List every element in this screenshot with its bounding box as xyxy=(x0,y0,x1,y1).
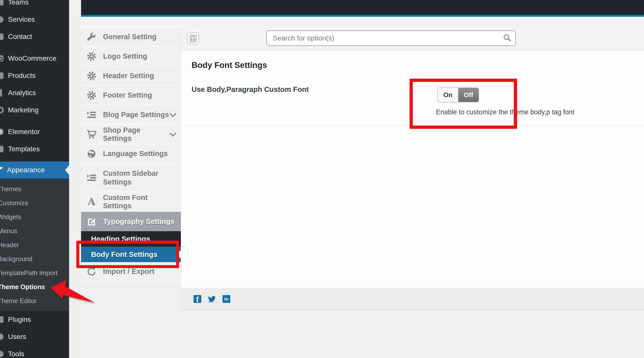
admin-sidebar: Teams Services Contact WooCommerce Produ… xyxy=(0,0,69,358)
sidebar-item-label: Tools xyxy=(8,350,24,358)
sidebar-item-label: WooCommerce xyxy=(8,55,56,62)
sidebar-item-label: Analytics xyxy=(8,89,36,97)
facebook-icon[interactable]: f xyxy=(194,295,201,303)
submenu-item-themes[interactable]: Themes xyxy=(0,182,69,196)
submenu-item-body-font-settings[interactable]: Body Font Settings xyxy=(81,247,181,262)
option-label: Use Body,Paragraph Custom Font xyxy=(192,85,309,94)
sidebar-item-appearance[interactable]: Appearance xyxy=(0,162,69,179)
sidebar-separator xyxy=(0,45,69,50)
layout-icon xyxy=(190,35,196,43)
chevron-down-icon[interactable] xyxy=(169,110,176,117)
menu-item-header-setting[interactable]: Header Setting xyxy=(81,66,181,86)
main-content: Body Font Settings Use Body,Paragraph Cu… xyxy=(181,26,644,310)
toggle-on-button[interactable]: On xyxy=(438,88,458,102)
menu-item-typography-settings[interactable]: Typography Settings xyxy=(81,212,181,231)
submenu-item-menus[interactable]: Menus xyxy=(0,224,69,238)
sidebar-item-products[interactable]: Products xyxy=(0,67,69,84)
sidebar-separator xyxy=(0,158,69,162)
sidebar-item-contact[interactable]: Contact xyxy=(0,28,69,45)
menu-item-footer-setting[interactable]: Footer Setting xyxy=(81,86,181,105)
edit-icon xyxy=(86,216,98,227)
sidebar-item-label: Plugins xyxy=(8,315,31,323)
sidebar-item-label: Users xyxy=(8,333,26,341)
sidebar-item-label: Contact xyxy=(8,33,32,41)
content-header xyxy=(181,26,644,51)
sidebar-item-label: Products xyxy=(8,72,36,80)
cart-icon xyxy=(86,129,98,140)
wrench-icon xyxy=(86,32,98,42)
bar-chart-icon xyxy=(0,89,4,97)
gear-icon xyxy=(86,51,98,62)
content-footer: f in xyxy=(181,288,644,310)
row-separator xyxy=(181,125,644,126)
page-title: Body Font Settings xyxy=(192,60,267,70)
menu-item-custom-sidebar-settings[interactable]: Custom Sidebar Settings xyxy=(81,164,181,192)
person-icon xyxy=(0,333,4,340)
theme-options-menu: General Setting Logo Setting Header Sett… xyxy=(81,26,181,310)
search-box xyxy=(266,31,516,46)
sidebar-item-elementor[interactable]: Elementor xyxy=(0,123,69,140)
linkedin-icon[interactable]: in xyxy=(222,295,230,303)
sidebar-item-plugins[interactable]: Plugins xyxy=(0,311,69,328)
menu-item-custom-font-settings[interactable]: A Custom Font Settings xyxy=(81,192,181,212)
sidebar-item-analytics[interactable]: Analytics xyxy=(0,84,69,101)
submenu-item-widgets[interactable]: Widgets xyxy=(0,210,69,224)
content-body: Body Font Settings Use Body,Paragraph Cu… xyxy=(181,51,644,288)
plug-icon xyxy=(0,316,4,323)
sidebar-item-label: Appearance xyxy=(7,166,45,174)
menu-item-logo-setting[interactable]: Logo Setting xyxy=(81,47,181,66)
toggle-off-button[interactable]: Off xyxy=(458,88,479,102)
layout-toggle-button[interactable] xyxy=(187,33,199,45)
list-icon xyxy=(86,110,98,120)
menu-filler xyxy=(81,282,181,310)
menu-item-general-setting[interactable]: General Setting xyxy=(81,28,181,47)
menu-item-shop-page-settings[interactable]: Shop Page Settings xyxy=(81,125,181,144)
sidebar-gap xyxy=(69,0,81,358)
lock-icon xyxy=(0,16,4,23)
brush-icon xyxy=(0,166,3,174)
appearance-submenu: Themes Customize Widgets Menus Header Ba… xyxy=(0,179,69,311)
templates-icon xyxy=(0,146,4,152)
sidebar-item-teams[interactable]: Teams xyxy=(0,0,69,11)
list-icon xyxy=(86,173,98,183)
sidebar-item-marketing[interactable]: Marketing xyxy=(0,101,69,119)
submenu-item-heading-settings[interactable]: Heading Settings xyxy=(81,231,181,247)
letter-a-icon: A xyxy=(86,197,98,207)
submenu-item-header[interactable]: Header xyxy=(0,238,69,252)
chevron-down-icon[interactable] xyxy=(169,130,176,137)
envelope-icon xyxy=(0,34,4,40)
sidebar-item-label: Elementor xyxy=(8,128,40,136)
menu-item-import-export[interactable]: Import / Export xyxy=(81,262,181,282)
wrench-icon xyxy=(0,351,4,357)
top-bar xyxy=(81,0,644,15)
sidebar-item-users[interactable]: Users xyxy=(0,328,69,345)
wordpress-admin-page: Teams Services Contact WooCommerce Produ… xyxy=(0,0,644,358)
gear-icon xyxy=(86,90,98,101)
search-input[interactable] xyxy=(266,31,516,46)
twitter-icon[interactable] xyxy=(208,295,216,303)
submenu-item-background[interactable]: Background xyxy=(0,252,69,266)
megaphone-icon xyxy=(0,107,4,113)
sidebar-item-tools[interactable]: Tools xyxy=(0,345,69,358)
sidebar-item-label: Templates xyxy=(8,145,40,153)
teams-icon xyxy=(0,0,4,6)
refresh-icon xyxy=(86,266,98,277)
gear-icon xyxy=(86,71,98,81)
sidebar-separator xyxy=(0,119,69,123)
sidebar-item-label: Teams xyxy=(8,0,28,6)
sidebar-item-label: Marketing xyxy=(8,106,39,114)
menu-item-language-settings[interactable]: Language Settings xyxy=(81,144,181,164)
sidebar-item-label: Services xyxy=(8,16,35,24)
sidebar-item-templates[interactable]: Templates xyxy=(0,140,69,158)
woocommerce-icon xyxy=(0,55,4,62)
submenu-item-theme-options[interactable]: Theme Options xyxy=(0,280,69,294)
submenu-item-templatepath-import[interactable]: TemplatePath Import xyxy=(0,266,69,280)
submenu-item-theme-editor[interactable]: Theme Editor xyxy=(0,294,69,308)
globe-icon xyxy=(86,149,98,159)
menu-item-blog-page-settings[interactable]: Blog Page Settings xyxy=(81,105,181,125)
sidebar-item-woocommerce[interactable]: WooCommerce xyxy=(0,50,69,67)
submenu-item-customize[interactable]: Customize xyxy=(0,196,69,210)
box-icon xyxy=(0,72,4,79)
elementor-icon xyxy=(0,129,4,135)
sidebar-item-services[interactable]: Services xyxy=(0,11,69,28)
